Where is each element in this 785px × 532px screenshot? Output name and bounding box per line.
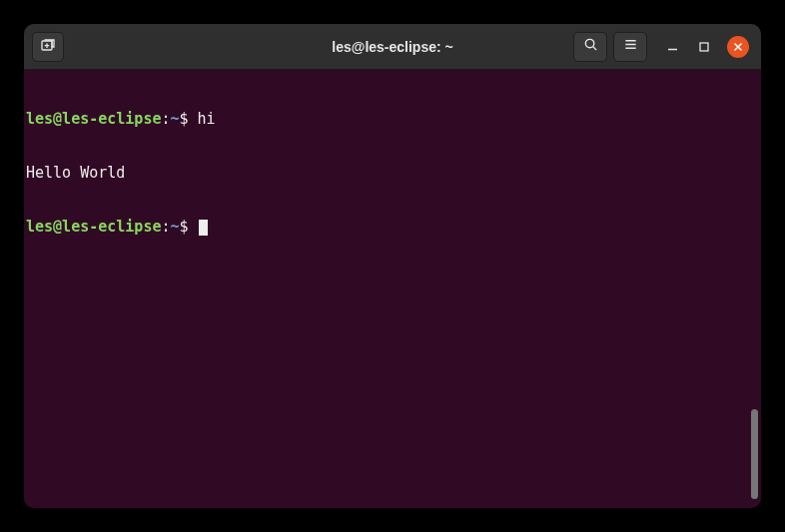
terminal-line: les@les-eclipse:~$ hi [26,110,759,128]
svg-point-1 [585,39,593,47]
prompt-colon: : [161,218,170,236]
close-icon [733,38,743,56]
search-button[interactable] [573,32,607,62]
new-tab-icon [40,37,56,57]
new-tab-button[interactable] [32,32,64,62]
terminal-body[interactable]: les@les-eclipse:~$ hi Hello World les@le… [24,70,761,508]
terminal-output: Hello World [26,164,759,182]
minimize-icon [667,38,678,56]
prompt-user: les@les-eclipse [26,218,161,236]
svg-rect-2 [700,43,708,51]
terminal-line: les@les-eclipse:~$ [26,218,759,236]
minimize-button[interactable] [663,38,681,56]
prompt-path: ~ [171,218,180,236]
prompt-user: les@les-eclipse [26,110,161,128]
cursor [199,220,208,236]
maximize-icon [699,38,709,56]
prompt-dollar: $ [180,110,189,128]
hamburger-icon [623,37,638,56]
terminal-window: les@les-eclipse: ~ [24,24,761,508]
scrollbar-thumb[interactable] [751,409,758,499]
search-icon [583,37,598,56]
prompt-dollar: $ [180,218,189,236]
command-text: hi [189,110,216,128]
prompt-colon: : [161,110,170,128]
close-button[interactable] [727,36,749,58]
titlebar: les@les-eclipse: ~ [24,24,761,70]
prompt-path: ~ [171,110,180,128]
command-text [189,218,198,236]
window-title: les@les-eclipse: ~ [332,39,452,55]
menu-button[interactable] [613,32,647,62]
maximize-button[interactable] [695,38,713,56]
